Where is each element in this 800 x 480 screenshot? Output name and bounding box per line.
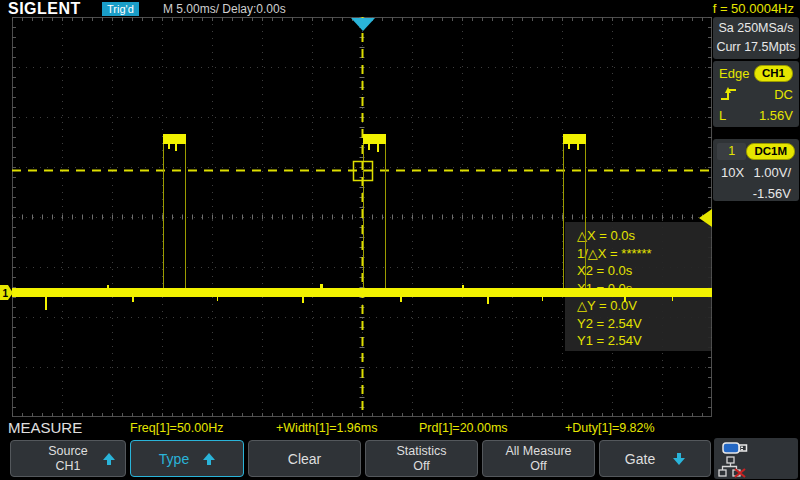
lan-disconnected-icon — [718, 456, 750, 478]
clear-label: Clear — [288, 451, 321, 467]
cursor-readout-panel: △X = 0.0s 1/△X = ****** X2 = 0.0s X1 = 0… — [565, 222, 711, 351]
menu-button-statistics[interactable]: Statistics Off — [365, 440, 478, 477]
measure-pos-duty: +Duty[1]=9.82% — [565, 421, 655, 435]
menu-button-all-measure[interactable]: All Measure Off — [482, 440, 595, 477]
cursor-x2: X2 = 0.0s — [577, 262, 711, 280]
memory-depth: Curr 17.5Mpts — [713, 38, 799, 57]
frequency-counter: f = 50.0004Hz — [713, 1, 794, 16]
acquisition-panel: Sa 250MSa/s Curr 17.5Mpts — [713, 17, 799, 59]
channel-coupling-badge: DC1M — [746, 143, 795, 160]
menu-button-gate[interactable]: Gate — [599, 440, 711, 477]
trigger-level-value: 1.56V — [759, 108, 793, 123]
source-label: Source — [48, 444, 88, 459]
oscilloscope-screen: SIGLENT Trig'd M 5.00ms/ Delay:0.00s f =… — [0, 0, 800, 480]
measure-freq: Freq[1]=50.00Hz — [130, 421, 223, 435]
cursor-dx: △X = 0.0s — [577, 227, 711, 245]
all-measure-value: Off — [506, 459, 572, 474]
source-value: CH1 — [48, 459, 88, 474]
timebase-readout: M 5.00ms/ Delay:0.00s — [163, 2, 286, 16]
rising-edge-icon — [719, 85, 737, 105]
gate-label: Gate — [625, 451, 655, 467]
top-status-bar: SIGLENT Trig'd M 5.00ms/ Delay:0.00s f =… — [0, 0, 800, 18]
trigger-level-label: L — [719, 108, 726, 123]
expand-up-icon — [203, 453, 215, 465]
ch1-ground-marker[interactable]: 1 — [0, 285, 13, 301]
soft-menu-bar: Source CH1 Type Clear Statistics Off All… — [0, 438, 800, 480]
channel-number: 1 — [717, 143, 746, 160]
menu-button-type[interactable]: Type — [130, 440, 244, 477]
channel-offset: -1.56V — [753, 186, 791, 201]
cursor-y2: Y2 = 2.54V — [577, 315, 711, 333]
trigger-type: Edge — [719, 66, 749, 81]
trigger-status-badge: Trig'd — [102, 2, 139, 16]
measure-bar: MEASURE Freq[1]=50.00Hz +Width[1]=1.96ms… — [0, 418, 800, 438]
brand-logo: SIGLENT — [8, 0, 81, 18]
svg-text:1: 1 — [3, 288, 9, 299]
menu-button-clear[interactable]: Clear — [248, 440, 361, 477]
measure-pos-width: +Width[1]=1.96ms — [276, 421, 377, 435]
right-sidebar: Sa 250MSa/s Curr 17.5Mpts Edge CH1 DC L … — [713, 17, 799, 417]
cursor-y1: Y1 = 2.54V — [577, 332, 711, 350]
usb-icon — [722, 441, 750, 455]
expand-up-icon — [103, 453, 115, 465]
channel1-panel[interactable]: 1 DC1M 10X 1.00V/ -1.56V — [713, 139, 799, 201]
statistics-label: Statistics — [396, 444, 446, 459]
graticule — [12, 17, 712, 417]
cursor-dy: △Y = 0.0V — [577, 297, 711, 315]
trigger-source-badge: CH1 — [754, 65, 793, 82]
type-label: Type — [159, 451, 189, 467]
measure-period: Prd[1]=20.00ms — [419, 421, 508, 435]
measure-title: MEASURE — [8, 419, 82, 436]
waveform-display: △X = 0.0s 1/△X = ****** X2 = 0.0s X1 = 0… — [12, 17, 712, 417]
statistics-value: Off — [396, 459, 446, 474]
menu-button-source[interactable]: Source CH1 — [10, 440, 126, 477]
probe-attenuation: 10X — [721, 165, 744, 180]
status-icon-panel — [714, 438, 798, 479]
sample-rate: Sa 250MSa/s — [713, 19, 799, 38]
trigger-panel[interactable]: Edge CH1 DC L 1.56V — [713, 61, 799, 127]
all-measure-label: All Measure — [506, 444, 572, 459]
expand-down-icon — [673, 453, 685, 465]
cursor-inv-dx: 1/△X = ****** — [577, 245, 711, 263]
volts-per-div: 1.00V/ — [753, 165, 791, 180]
trigger-coupling: DC — [774, 87, 793, 102]
cursor-x1: X1 = 0.0s — [577, 280, 711, 298]
